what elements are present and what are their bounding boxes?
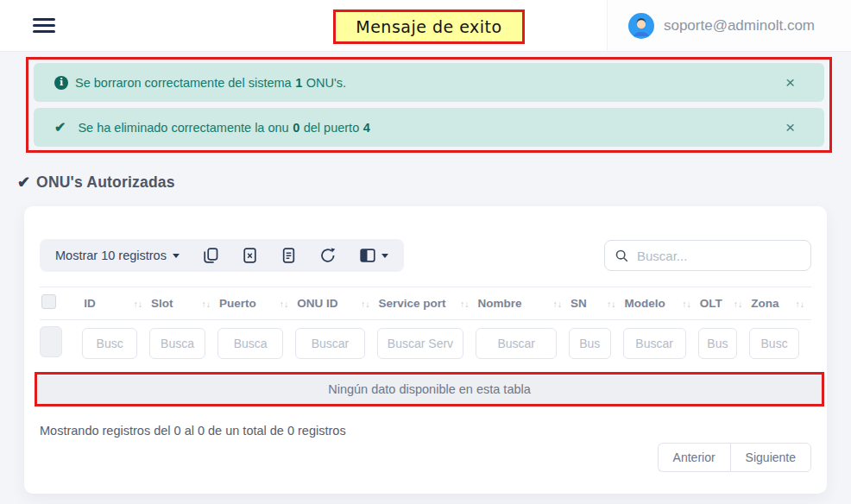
page-title: ONU's Autorizadas	[36, 173, 175, 192]
top-header: Mensaje de exito soporte@adminolt.com	[0, 0, 851, 52]
chevron-down-icon	[173, 254, 180, 258]
column-header-modelo[interactable]: Modelo↑↓	[623, 287, 698, 320]
filter-input-sn[interactable]	[569, 328, 611, 359]
close-icon[interactable]: ×	[785, 119, 795, 135]
filter-input-zona[interactable]	[749, 328, 799, 359]
sort-icon: ↑↓	[607, 299, 616, 309]
column-header-zona[interactable]: Zona↑↓	[749, 287, 811, 320]
alert-removed-onu: ✔ Se ha eliminado correctamente la onu0d…	[34, 108, 824, 147]
main-content: i Se borraron correctamente del sistema1…	[0, 52, 851, 494]
export-file-button[interactable]	[269, 239, 308, 272]
column-header-onu-id[interactable]: ONU ID↑↓	[295, 287, 376, 320]
hamburger-menu-icon[interactable]	[33, 15, 57, 36]
annotation-empty-row-box: Ningún dato disponible en esta tabla	[35, 372, 824, 406]
sort-icon: ↑↓	[553, 299, 563, 309]
sort-icon: ↑↓	[460, 299, 470, 309]
search-icon	[615, 249, 628, 263]
sort-icon: ↑↓	[682, 299, 691, 309]
sort-icon: ↑↓	[796, 299, 805, 309]
annotation-alerts-box: i Se borraron correctamente del sistema1…	[26, 57, 832, 153]
excel-file-icon	[243, 248, 257, 263]
user-menu[interactable]: soporte@adminolt.com	[607, 0, 851, 51]
column-header-service-port[interactable]: Service port↑↓	[377, 287, 476, 320]
filter-input-onu-id[interactable]	[295, 328, 364, 359]
search-input[interactable]	[637, 249, 800, 263]
info-icon: i	[54, 76, 68, 90]
filter-input-nombre[interactable]	[476, 328, 557, 359]
annotation-title: Mensaje de exito	[333, 9, 525, 44]
sort-icon: ↑↓	[202, 299, 211, 309]
columns-icon	[360, 249, 375, 262]
table-search	[604, 240, 811, 271]
column-header-sn[interactable]: SN↑↓	[569, 287, 623, 320]
alert-deleted-onus: i Se borraron correctamente del sistema1…	[34, 63, 824, 102]
refresh-icon	[320, 248, 336, 263]
check-icon: ✔	[54, 119, 66, 135]
toolbar-button-group: Mostrar 10 registros	[40, 239, 404, 272]
section-title: ✔ ONU's Autorizadas	[17, 170, 851, 194]
refresh-button[interactable]	[308, 239, 348, 272]
pagination: Anterior Siguiente	[40, 443, 811, 472]
table-filter-row	[40, 320, 811, 368]
user-email: soporte@adminolt.com	[664, 17, 815, 35]
select-all-checkbox[interactable]	[41, 294, 56, 309]
filter-input-service-port[interactable]	[377, 328, 464, 359]
column-visibility-button[interactable]	[348, 239, 400, 272]
column-header-olt[interactable]: OLT↑↓	[698, 287, 749, 320]
table-toolbar: Mostrar 10 registros	[40, 239, 811, 272]
empty-table-message: Ningún dato disponible en esta tabla	[37, 375, 822, 404]
column-header-puerto[interactable]: Puerto↑↓	[217, 287, 295, 320]
records-info: Mostrando registros del 0 al 0 de un tot…	[40, 424, 811, 438]
sort-icon: ↑↓	[734, 299, 743, 309]
column-header-slot[interactable]: Slot↑↓	[149, 287, 217, 320]
filter-input-slot[interactable]	[149, 328, 205, 359]
sort-icon: ↑↓	[361, 299, 370, 309]
next-page-button[interactable]: Siguiente	[730, 443, 811, 472]
filter-input-olt[interactable]	[698, 328, 737, 359]
copy-icon	[204, 248, 218, 263]
export-excel-button[interactable]	[230, 239, 269, 272]
sort-icon: ↑↓	[280, 299, 289, 309]
copy-button[interactable]	[192, 239, 230, 272]
close-icon[interactable]: ×	[785, 74, 795, 91]
check-icon: ✔	[17, 173, 30, 192]
onu-table: ID↑↓ Slot↑↓ Puerto↑↓ ONU ID↑↓ Service po…	[40, 287, 811, 367]
filter-input-puerto[interactable]	[217, 328, 283, 359]
filter-input-modelo[interactable]	[623, 328, 686, 359]
chevron-down-icon	[381, 254, 388, 258]
filter-input-id[interactable]	[82, 328, 137, 359]
page-length-dropdown[interactable]: Mostrar 10 registros	[43, 239, 192, 272]
column-header-nombre[interactable]: Nombre↑↓	[476, 287, 569, 320]
table-card: Mostrar 10 registros	[24, 206, 827, 494]
alert-message: Se ha eliminado correctamente la onu0del…	[78, 121, 369, 135]
filter-disabled-cell	[40, 326, 62, 357]
document-icon	[281, 248, 296, 263]
alert-message: Se borraron correctamente del sistema1ON…	[75, 76, 346, 90]
user-avatar-icon	[628, 13, 654, 39]
table-header-row: ID↑↓ Slot↑↓ Puerto↑↓ ONU ID↑↓ Service po…	[40, 287, 811, 320]
column-header-id[interactable]: ID↑↓	[82, 287, 149, 320]
previous-page-button[interactable]: Anterior	[658, 443, 730, 472]
sort-icon: ↑↓	[134, 299, 143, 309]
